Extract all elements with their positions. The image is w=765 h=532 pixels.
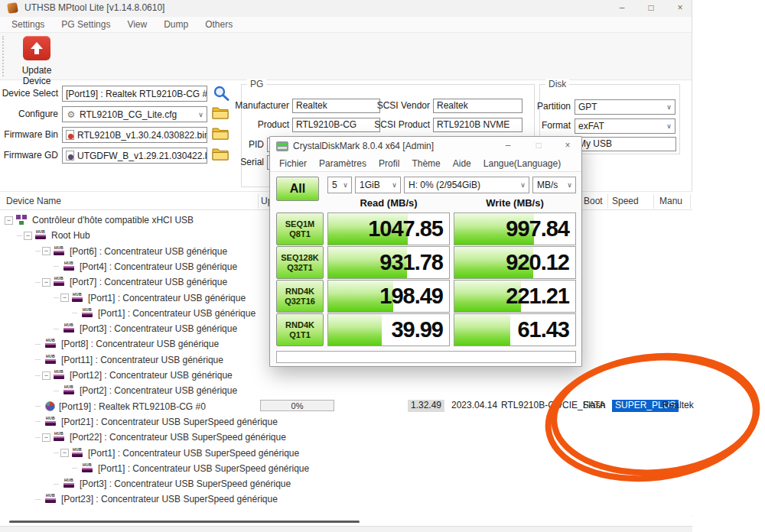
cdm-test-button-seq1m-q8t1[interactable]: SEQ1MQ8T1 bbox=[276, 212, 324, 245]
tree-connector bbox=[54, 266, 59, 267]
tree-item-label: [Port11] : Concentrateur USB générique bbox=[61, 355, 223, 365]
port19-value-2023-04-14: 2023.04.14 bbox=[451, 400, 497, 412]
tree-item[interactable]: HUB[Port2] : Concentrateur USB générique bbox=[0, 383, 692, 398]
usb-hub-icon: HUB bbox=[72, 448, 84, 459]
menu-item-fichier[interactable]: Fichier bbox=[273, 156, 313, 171]
cdm-minimize-button[interactable]: – bbox=[496, 138, 519, 154]
read-value: 1047.85 bbox=[368, 216, 443, 242]
menu-item-pg-settings[interactable]: PG Settings bbox=[53, 17, 119, 32]
column-device-name[interactable]: Device Name bbox=[6, 192, 61, 211]
tree-item[interactable]: −HUB[Port22] : Concentrateur USB SuperSp… bbox=[0, 430, 692, 445]
menu-item-others[interactable]: Others bbox=[197, 17, 241, 32]
menu-item-th-me[interactable]: Thème bbox=[405, 156, 446, 171]
cdm-test-button-rnd4k-q32t16[interactable]: RND4KQ32T16 bbox=[276, 280, 324, 313]
test-count-select[interactable]: 5∨ bbox=[327, 177, 352, 193]
collapse-expander-icon[interactable]: − bbox=[42, 247, 50, 255]
column-boot[interactable]: Boot bbox=[584, 192, 603, 211]
tree-item[interactable]: HUB[Port3] : Concentrateur USB SuperSpee… bbox=[0, 476, 692, 491]
collapse-expander-icon[interactable]: − bbox=[42, 371, 50, 380]
tree-item-label: [Port3] : Concentrateur USB générique bbox=[80, 323, 237, 334]
test-size-select[interactable]: 1GiB∨ bbox=[355, 177, 401, 193]
tree-item-label: [Port4] : Concentrateur USB générique bbox=[80, 261, 237, 272]
horizontal-scrollbar[interactable] bbox=[0, 517, 692, 526]
firmware-gd-label: Firmware GD bbox=[0, 148, 58, 164]
tree-item[interactable]: HUB[Port23] : Concentrateur USB SuperSpe… bbox=[0, 491, 692, 507]
tree-connector bbox=[54, 484, 59, 485]
usb-hub-icon: HUB bbox=[63, 385, 76, 396]
firmware-bin-combobox[interactable]: RTL9210B_v1.30.24.030822.bin∨ bbox=[62, 127, 207, 143]
crystaldiskmark-window: CrystalDiskMark 8.0.4 x64 [Admin] – □ × … bbox=[269, 136, 582, 367]
tree-connector bbox=[35, 421, 41, 422]
read-column-header: Read (MB/s) bbox=[327, 197, 450, 209]
collapse-expander-icon[interactable]: − bbox=[42, 278, 50, 287]
green-fill-bar bbox=[328, 314, 382, 345]
tree-item-label: [Port12] : Concentrateur USB générique bbox=[70, 370, 233, 381]
tree-item-label: [Port7] : Concentrateur USB générique bbox=[70, 277, 227, 287]
tree-item[interactable]: −HUB[Port12] : Concentrateur USB génériq… bbox=[0, 368, 692, 383]
column-speed[interactable]: Speed bbox=[612, 192, 639, 211]
menu-item-param-tres[interactable]: Paramètres bbox=[313, 156, 373, 171]
cdm-all-button[interactable]: All bbox=[276, 177, 319, 201]
cdm-read-cell: 1047.85 bbox=[327, 212, 450, 245]
tree-item-label: [Port1] : Concentrateur USB SuperSpeed g… bbox=[88, 448, 299, 459]
port19-value-1-32-49: 1.32.49 bbox=[408, 400, 444, 412]
column-separator bbox=[607, 194, 608, 209]
volume-label-field[interactable]: My USB bbox=[575, 137, 676, 151]
menu-item-aide[interactable]: Aide bbox=[447, 156, 477, 171]
collapse-expander-icon[interactable]: − bbox=[42, 433, 50, 442]
cdm-comment-input[interactable] bbox=[276, 351, 576, 363]
usb-hub-icon: HUB bbox=[82, 463, 94, 474]
update-device-button[interactable]: Update Device bbox=[8, 36, 66, 79]
tree-item[interactable]: HUB[Port1] : Concentrateur USB SuperSpee… bbox=[0, 461, 692, 476]
target-drive-select[interactable]: H: 0% (2/954GiB)∨ bbox=[404, 177, 529, 193]
tree-item-label: [Port1] : Concentrateur USB générique bbox=[88, 293, 246, 303]
partition-combobox[interactable]: GPT ∨ bbox=[575, 99, 675, 115]
tree-connector bbox=[35, 282, 41, 283]
app-icon bbox=[7, 2, 18, 14]
tree-item-label: [Port21] : Concentrateur USB SuperSpeed … bbox=[61, 417, 278, 427]
menu-item-view[interactable]: View bbox=[119, 17, 155, 32]
cdm-test-button-seq128k-q32t1[interactable]: SEQ128KQ32T1 bbox=[276, 246, 324, 279]
cdm-close-button[interactable]: × bbox=[556, 138, 579, 154]
collapse-expander-icon[interactable]: − bbox=[60, 294, 69, 302]
usb-hub-icon: HUB bbox=[45, 355, 57, 365]
close-button[interactable]: × bbox=[667, 0, 693, 17]
firmware-gd-file-icon bbox=[66, 151, 74, 161]
scsi-product-field[interactable]: RTL9210B NVME bbox=[433, 118, 522, 132]
menu-item-settings[interactable]: Settings bbox=[3, 17, 53, 32]
unit-select[interactable]: MB/s∨ bbox=[532, 177, 576, 193]
maximize-button[interactable]: □ bbox=[638, 0, 664, 17]
cdm-maximize-button[interactable]: □ bbox=[527, 138, 550, 154]
partition-value: GPT bbox=[578, 102, 663, 112]
tree-connector bbox=[54, 391, 59, 391]
menu-item-dump[interactable]: Dump bbox=[155, 17, 197, 32]
menu-item-langue-language[interactable]: Langue(Language) bbox=[477, 156, 567, 171]
usb-hub-icon: HUB bbox=[63, 323, 76, 334]
tree-connector bbox=[35, 437, 41, 438]
usb-device-icon bbox=[45, 401, 55, 411]
collapse-expander-icon[interactable]: − bbox=[5, 216, 13, 225]
disk-group-title: Disk bbox=[545, 79, 569, 89]
tree-connector bbox=[54, 297, 59, 298]
collapse-expander-icon[interactable]: − bbox=[60, 449, 69, 457]
device-select-combobox[interactable]: [Port19] : Realtek RTL9210B-CG #0∨ bbox=[62, 86, 207, 102]
partition-label: Partition bbox=[528, 99, 571, 114]
scsi-vendor-field[interactable]: Realtek bbox=[433, 99, 522, 113]
usb-hub-icon: HUB bbox=[54, 432, 66, 443]
usb-hub-icon: HUB bbox=[82, 308, 94, 319]
format-combobox[interactable]: exFAT ∨ bbox=[575, 118, 675, 134]
usb-hub-icon: HUB bbox=[72, 293, 84, 303]
chevron-down-icon: ∨ bbox=[663, 122, 675, 130]
collapse-expander-icon[interactable]: − bbox=[24, 232, 32, 240]
menu-item-profil[interactable]: Profil bbox=[373, 156, 405, 171]
tree-item-label: [Port22] : Concentrateur USB SuperSpeed … bbox=[70, 432, 286, 443]
scrollbar-thumb[interactable] bbox=[9, 521, 360, 523]
tree-item[interactable]: HUB[Port21] : Concentrateur USB SuperSpe… bbox=[0, 414, 692, 430]
firmware-gd-combobox[interactable]: UTGDFW_B_v1.29.21.030422.bin∨ bbox=[62, 148, 207, 164]
minimize-button[interactable]: – bbox=[609, 0, 635, 17]
column-manu[interactable]: Manu bbox=[659, 192, 682, 211]
tree-item[interactable]: −HUB[Port1] : Concentrateur USB SuperSpe… bbox=[0, 446, 692, 461]
cdm-test-button-rnd4k-q1t1[interactable]: RND4KQ1T1 bbox=[276, 313, 324, 346]
configure-combobox[interactable]: ⚙RTL9210B_CG_Lite.cfg∨ bbox=[62, 106, 207, 122]
chevron-down-icon: ∨ bbox=[663, 103, 675, 111]
